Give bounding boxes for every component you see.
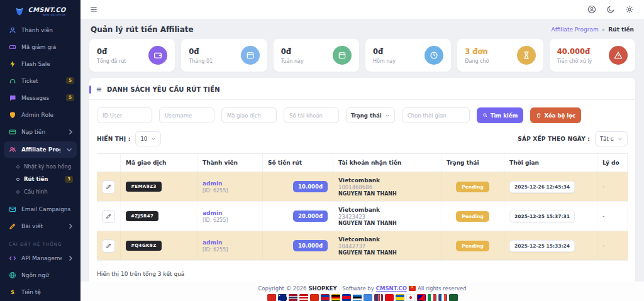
flag-th-icon[interactable]: [289, 294, 297, 301]
sidebar-sub-item-cau-hinh[interactable]: Cấu hình: [0, 185, 80, 198]
edit-row-button[interactable]: [102, 180, 115, 194]
flag-so-icon[interactable]: [364, 294, 372, 301]
flag-kr-icon[interactable]: [406, 294, 415, 301]
stat-label: Hôm nay: [373, 58, 396, 64]
table-header-row: Mã giao dịchThành viênSố tiền rútTài kho…: [97, 154, 628, 172]
code-icon: [9, 254, 16, 262]
date-range-input[interactable]: [402, 107, 470, 123]
edit-icon: [106, 213, 112, 219]
flag-vn-icon[interactable]: [267, 294, 276, 301]
dark-mode-moon-icon[interactable]: [606, 5, 615, 14]
flag-kh-icon[interactable]: [342, 294, 351, 301]
bank-account-number: 10442737: [338, 243, 436, 249]
column-header-trang-thai: Trạng thái: [441, 154, 504, 172]
timestamp-badge: 2025-12-26 12:45:34: [509, 181, 575, 193]
flag-au-icon[interactable]: [278, 294, 287, 301]
transaction-code-input[interactable]: [221, 107, 277, 123]
chevron-right-icon: [67, 128, 74, 136]
member-username-link[interactable]: admin: [203, 210, 257, 216]
flag-ua-icon[interactable]: [396, 294, 404, 301]
logo-text: CMSNT.CO: [28, 6, 65, 13]
language-icon: [9, 271, 16, 279]
search-button[interactable]: Tìm kiếm: [477, 107, 524, 123]
bank-name: Vietcombank: [338, 207, 436, 213]
breadcrumb-link[interactable]: Affiliate Program: [552, 26, 599, 33]
sidebar-item-thanh-vien[interactable]: Thành viên: [0, 21, 80, 38]
sidebar-item-affiliate-program[interactable]: Affiliate Program: [4, 141, 77, 158]
sidebar-sub-item-rut-tien[interactable]: Rút tiền 3: [0, 173, 80, 185]
sidebar-item-api-management[interactable]: API Management: [0, 249, 80, 266]
sidebar-item-ngon-ngu[interactable]: Ngôn ngữ: [0, 266, 80, 283]
status-select[interactable]: Trạng thái: [346, 107, 395, 123]
stat-value: 0đ: [373, 47, 396, 56]
cmsnt-link[interactable]: CMSNT.CO: [376, 285, 407, 292]
breadcrumb: Affiliate Program » Rút tiền: [552, 26, 634, 33]
sidebar-item-ticket[interactable]: Ticket 5: [0, 72, 80, 89]
account-icon[interactable]: [587, 5, 596, 14]
sidebar-item-nap-tien[interactable]: Nạp tiền: [0, 123, 80, 140]
status-badge: Pending: [456, 182, 489, 192]
account-number-input[interactable]: [284, 107, 339, 123]
edit-icon: [106, 243, 112, 249]
hourglass-icon: [517, 46, 536, 65]
bank-account-holder: NGUYEN TAN THANH: [338, 221, 436, 226]
edit-row-button[interactable]: [102, 239, 115, 253]
sidebar-item-admin-role[interactable]: Admin Role: [0, 106, 80, 123]
results-summary: Hiển thị 10 trên tổng 3 kết quả: [97, 271, 628, 277]
main-area: Quản lý rút tiền Affiliate Affiliate Pro…: [80, 0, 644, 301]
sidebar-item-ma-giam-gia[interactable]: Mã giảm giá: [0, 38, 80, 55]
flag-sa-icon[interactable]: [449, 294, 458, 301]
sort-select[interactable]: Tất cả: [595, 131, 628, 146]
cmsnt-logo-icon: [14, 6, 25, 16]
member-username-link[interactable]: admin: [203, 239, 257, 246]
flag-de-icon[interactable]: [331, 294, 340, 301]
stat-value: 0đ: [97, 47, 126, 56]
breadcrumb-current: Rút tiền: [608, 26, 634, 33]
member-id: [ID: 6255]: [203, 217, 257, 223]
edit-row-button[interactable]: [102, 210, 115, 223]
coupon-icon: [9, 43, 16, 51]
bank-account-number: 23423423: [338, 214, 436, 220]
sidebar-item-tien-te[interactable]: Tiền tệ: [0, 283, 80, 300]
sidebar-item-messages[interactable]: Messages 5: [0, 89, 80, 106]
flag-tw-icon[interactable]: [417, 294, 426, 301]
sort-label: SẮP XẾP THEO NGÀY :: [518, 136, 590, 142]
page-footer: Copyright © 2026 SHOPKEY . Software by C…: [80, 282, 644, 301]
clear-filter-button[interactable]: Xóa bộ lọc: [530, 107, 581, 123]
flag-my-icon[interactable]: [299, 294, 308, 301]
stat-cards: 0đ Tổng đã rút 0đ Tháng 01 0đ Tuần này 0…: [89, 39, 635, 72]
sidebar-sub-item-nhat-ky-hoa-hong[interactable]: Nhật ký hoa hồng: [0, 160, 80, 173]
hamburger-menu-icon[interactable]: [89, 5, 98, 14]
flag-cn-icon[interactable]: [310, 294, 319, 301]
breadcrumb-separator: »: [602, 26, 606, 33]
table-row: #EMA9Z3 admin [ID: 6255] 10.000đ Vietcom…: [97, 172, 628, 202]
stat-card-tong-a-rut: 0đ Tổng đã rút: [89, 39, 175, 72]
language-flags-row: [80, 294, 644, 301]
accent-bar: [89, 85, 91, 94]
member-username-link[interactable]: admin: [203, 180, 257, 187]
flag-it-icon[interactable]: [428, 294, 436, 301]
username-input[interactable]: [159, 107, 214, 123]
settings-gear-icon[interactable]: [625, 5, 634, 14]
sidebar-item-email-campaigns[interactable]: Email Campaigns: [0, 200, 80, 217]
logo[interactable]: CMSNT.CO WEB SOLUTION: [0, 0, 80, 21]
count-badge: 3: [65, 176, 73, 183]
brand-name: SHOPKEY: [308, 285, 336, 292]
bullet-icon: [16, 178, 19, 181]
flag-ee-icon[interactable]: [353, 294, 362, 301]
logo-tagline: WEB SOLUTION: [28, 13, 65, 16]
sidebar-item-flash-sale[interactable]: Flash Sale: [0, 55, 80, 72]
column-header-ly-do: Lý do: [597, 154, 628, 172]
bullet-icon: [16, 165, 19, 168]
page-size-select[interactable]: 10: [135, 131, 161, 146]
shield-icon: [9, 111, 16, 119]
stat-label: Tiền chờ xử lý: [557, 58, 592, 64]
flag-ph-icon[interactable]: [321, 294, 330, 301]
affiliate-icon: [9, 146, 16, 153]
id-user-input[interactable]: [97, 107, 152, 123]
bank-name: Vietcombank: [338, 236, 436, 243]
flag-fr-icon[interactable]: [438, 294, 447, 301]
flag-tr-icon[interactable]: [385, 294, 394, 301]
sidebar-item-bai-viet[interactable]: Bài viết: [0, 217, 80, 234]
flag-us-icon[interactable]: [374, 294, 383, 301]
